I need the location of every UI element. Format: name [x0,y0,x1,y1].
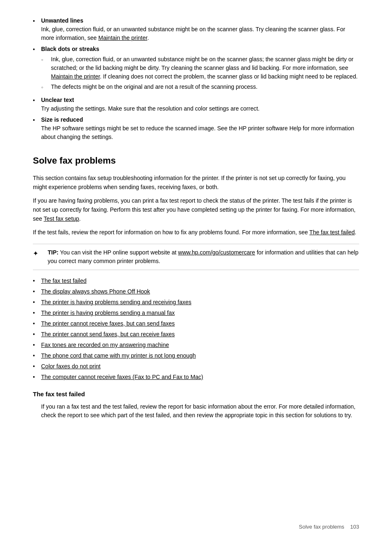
maintain-printer-link-1[interactable]: Maintain the printer [98,35,147,41]
fax-test-failed-heading: The fax test failed [33,390,359,399]
fax-paragraph-3: If the test fails, review the report for… [33,228,359,237]
bullet-content: Unclear text Try adjusting the settings.… [41,96,359,113]
hp-support-link[interactable]: www.hp.com/go/customercare [178,249,255,256]
sub-bullet-content: Ink, glue, correction fluid, or an unwan… [51,55,359,81]
list-item: • The printer cannot receive faxes, but … [33,319,359,328]
cannot-send-link[interactable]: The printer cannot send faxes, but can r… [41,331,175,337]
bullet-label: Size is reduced [41,116,83,123]
bullet-dot: • [33,116,41,141]
sub-bullet-text-after: . If cleaning does not correct the probl… [100,73,357,80]
test-fax-setup-link[interactable]: Test fax setup [44,215,79,222]
computer-receive-link[interactable]: The computer cannot receive faxes (Fax t… [41,374,203,380]
footer-page-number: 103 [350,523,359,531]
fax-test-failed-link-intro[interactable]: The fax test failed [309,229,355,236]
fax-test-failed-link[interactable]: The fax test failed [41,277,87,284]
fax-problems-section: Solve fax problems This section contains… [33,154,359,420]
bullet-description: Ink, glue, correction fluid, or an unwan… [41,26,345,41]
para2-end: . [79,215,81,222]
tip-content: TIP: You can visit the HP online support… [48,248,359,266]
bullet-dot: • [33,96,41,113]
bullet-dot: • [33,45,41,93]
phone-cord-link[interactable]: The phone cord that came with my printer… [41,352,196,359]
list-dot: • [33,277,41,285]
fax-paragraph-1: This section contains fax setup troubles… [33,174,359,192]
list-item-content: The display always shows Phone Off Hook [41,287,150,296]
list-dot: • [33,319,41,328]
bullet-item-unclear-text: • Unclear text Try adjusting the setting… [33,96,359,113]
sending-receiving-link[interactable]: The printer is having problems sending a… [41,299,191,305]
bullet-description: The HP software settings might be set to… [41,125,354,140]
bullet-label: Unclear text [41,97,74,103]
list-dot: • [33,341,41,349]
bullet-label: Black dots or streaks [41,46,99,52]
fax-test-failed-subsection: The fax test failed If you ran a fax tes… [33,390,359,420]
list-item-content: The fax test failed [41,277,87,285]
bullet-item-size-reduced: • Size is reduced The HP software settin… [33,116,359,141]
list-item-content: The printer is having problems sending a… [41,309,175,317]
manual-fax-link[interactable]: The printer is having problems sending a… [41,310,175,316]
list-item: • The printer is having problems sending… [33,298,359,307]
list-item-content: Color faxes do not print [41,362,101,371]
phone-off-hook-link[interactable]: The display always shows Phone Off Hook [41,288,150,295]
list-item: • The computer cannot receive faxes (Fax… [33,373,359,381]
bullet-description: Try adjusting the settings. Make sure th… [41,105,260,112]
bullet-content: Size is reduced The HP software settings… [41,116,359,141]
fax-test-failed-text: If you ran a fax test and the test faile… [41,402,359,420]
sub-bullet-dot: ◦ [41,55,51,81]
page-footer: Solve fax problems 103 [33,523,359,531]
sub-bullet-dot: ◦ [41,83,51,92]
sub-bullet-content: The defects might be on the original and… [51,83,359,92]
bullet-description-end: . [147,35,149,41]
fax-test-failed-description: If you ran a fax test and the test faile… [33,402,359,420]
list-dot: • [33,287,41,296]
list-item: • The fax test failed [33,277,359,285]
bullet-item-black-dots: • Black dots or streaks ◦ Ink, glue, cor… [33,45,359,93]
bullet-item-unwanted-lines: • Unwanted lines Ink, glue, correction f… [33,16,359,42]
list-dot: • [33,351,41,360]
tip-icon: ✦ [33,248,48,259]
sub-bullet-item: ◦ The defects might be on the original a… [41,83,359,92]
list-dot: • [33,330,41,339]
maintain-printer-link-2[interactable]: Maintain the printer [51,73,100,80]
tip-text-before: You can visit the HP online support webs… [60,249,178,256]
list-item: • The printer cannot send faxes, but can… [33,330,359,339]
para2-text: If you are having faxing problems, you c… [33,197,355,222]
bullet-content: Black dots or streaks ◦ Ink, glue, corre… [41,45,359,93]
list-item: • The printer is having problems sending… [33,309,359,317]
tip-box: ✦ TIP: You can visit the HP online suppo… [33,244,359,270]
list-item: • The phone cord that came with my print… [33,351,359,360]
list-item-content: The printer is having problems sending a… [41,298,191,307]
cannot-receive-link[interactable]: The printer cannot receive faxes, but ca… [41,320,175,327]
list-item: • Fax tones are recorded on my answering… [33,341,359,349]
list-dot: • [33,373,41,381]
footer-section-label: Solve fax problems [299,523,344,531]
fax-link-list: • The fax test failed • The display alwa… [33,277,359,381]
list-dot: • [33,309,41,317]
list-dot: • [33,362,41,371]
list-item-content: The printer cannot receive faxes, but ca… [41,319,175,328]
para3-text: If the test fails, review the report for… [33,229,308,236]
list-dot: • [33,298,41,307]
para3-end: . [355,229,356,236]
list-item: • Color faxes do not print [33,362,359,371]
bullet-dot: • [33,16,41,42]
color-faxes-link[interactable]: Color faxes do not print [41,363,101,370]
fax-tones-link[interactable]: Fax tones are recorded on my answering m… [41,342,169,348]
list-item-content: Fax tones are recorded on my answering m… [41,341,169,349]
list-item-content: The printer cannot send faxes, but can r… [41,330,175,339]
bullet-label: Unwanted lines [41,17,83,24]
list-item: • The display always shows Phone Off Hoo… [33,287,359,296]
sub-bullet-text-before: Ink, glue, correction fluid, or an unwan… [51,56,353,71]
fax-paragraph-2: If you are having faxing problems, you c… [33,196,359,223]
sub-bullet-item: ◦ Ink, glue, correction fluid, or an unw… [41,55,359,81]
scan-problems-section: • Unwanted lines Ink, glue, correction f… [33,16,359,141]
sub-bullet-text: The defects might be on the original and… [51,83,258,90]
list-item-content: The phone cord that came with my printer… [41,351,196,360]
tip-bold-label: TIP: [48,249,58,256]
fax-section-heading: Solve fax problems [33,154,359,167]
bullet-content: Unwanted lines Ink, glue, correction flu… [41,16,359,42]
list-item-content: The computer cannot receive faxes (Fax t… [41,373,203,381]
